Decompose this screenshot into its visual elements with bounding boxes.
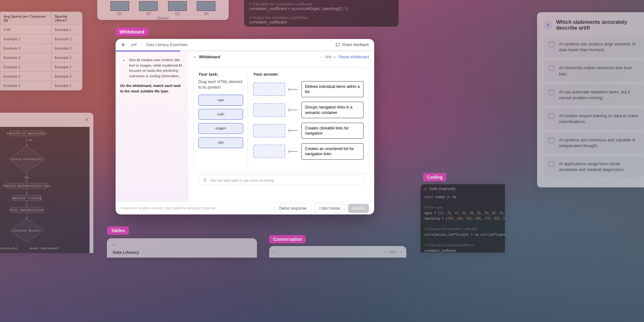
svg-text:Employee Training: Employee Training [12,197,42,200]
sparkle-icon: ✦ [120,57,127,64]
quiz-option-text: AI can automate repetitive tasks, but it… [559,89,639,101]
table-cell: 5.50 [0,25,52,34]
drag-item[interactable]: <a> [198,95,243,106]
chart-bar [168,1,187,11]
chart-tick: Q2 [146,12,151,15]
svg-text:Needs Improvement: Needs Improvement [30,247,59,250]
table-cell: Example 2 [0,62,52,72]
chart-tick: Q3 [175,12,180,15]
spend-table: Avg Spend per Customer ($) Special offer… [0,12,82,90]
conversation-tag: Conversation [269,235,306,243]
drag-item[interactable]: <nav> [198,123,243,134]
task-heading: Your task: [198,72,243,77]
collapse-icon[interactable]: « [113,242,251,247]
table-cell: Example 2 [0,72,52,81]
whiteboard-tag: Whiteboard [116,28,148,36]
flowchart-panel: × Identify AI Opportunity No Assess Feas… [0,113,93,253]
col-offers: Special offers? [51,12,82,25]
chart-tick: Q4 [204,12,209,15]
sparkle-icon: ✦ [544,21,552,30]
footer-hint: Press Enter to add a new line. Click Sub… [121,206,271,210]
quiz-option-text: AI inherently makes decisions free from … [559,65,639,77]
quiz-option-text: AI systems are conscious and capable of … [559,137,639,149]
chart-bar [110,1,129,11]
task-instruction: Drag each HTML element to its position [198,79,243,90]
quiz-option-text: AI models require training on data to ma… [559,113,639,125]
table-cell: Example 2 [51,34,82,44]
coding-tag: Coding [423,173,446,181]
answer-description: Creates an unordered list for navigation… [301,143,364,159]
response-input[interactable]: You can also type or use voice recording [199,175,364,185]
drag-item[interactable]: <li> [198,137,243,148]
svg-text:No: No [29,139,33,142]
zoom-out-button[interactable]: − [321,55,323,59]
demo-response-button[interactable]: Demo response [274,204,311,213]
table-cell: Example 2 [51,81,82,90]
table-cell: Example 2 [0,81,52,90]
back-icon[interactable] [121,42,127,48]
expand-icon[interactable]: » [274,250,276,254]
close-icon[interactable]: × [85,117,88,123]
checkbox[interactable] [549,113,554,119]
collapse-icon[interactable]: « [194,55,196,59]
spend-table-panel: Avg Spend per Customer ($) Special offer… [0,12,82,90]
zoom-out-button[interactable]: − [384,250,386,254]
table-cell: Example 3 [0,44,52,53]
answer-description: Creates clickable links for navigation [301,123,364,139]
table-cell: Example 3 [51,44,82,53]
table-cell: Example 2 [51,62,82,72]
idk-button[interactable]: I don't know [315,204,345,213]
tables-title: Data Literacy [113,250,251,255]
submit-button[interactable]: Submit [348,204,369,213]
chart-bar [197,1,215,11]
drop-slot[interactable] [253,103,285,117]
zoom-level: 82% [390,250,397,254]
table-cell: Example 1 [51,25,82,34]
microphone-icon [203,178,207,182]
chart-bar [139,1,158,11]
checkbox[interactable] [549,90,554,95]
quarter-chart: Q1Q2Q3Q4 Quarter [97,0,229,20]
col-spend: Avg Spend per Customer ($) [0,12,52,25]
svg-text:Develop Implementation Plan: Develop Implementation Plan [3,185,50,188]
answer-row: Creates clickable links for navigation [253,123,364,139]
code-window: «Code (read-only) import numpy as np # G… [421,184,505,252]
table-cell: Example 2 [0,53,52,62]
table-cell: Example 2 [51,53,82,62]
tables-tag: Tables [107,226,129,235]
quiz-option[interactable]: AI applications range from virtual assis… [544,156,644,177]
quiz-option[interactable]: AI models require training on data to ma… [544,109,644,129]
answer-description: Defines individual items within a list [301,81,364,97]
checkbox[interactable] [549,137,554,143]
checkbox[interactable] [549,65,554,71]
share-feedback-button[interactable]: Share feedback [336,43,369,47]
drop-slot[interactable] [253,145,285,158]
table-cell: Example 2 [51,72,82,81]
quiz-title: Which statements accurately describe art… [556,19,644,31]
whiteboard-window: Data Literacy Essentials Share feedback … [116,39,374,214]
zoom-in-button[interactable]: + [334,55,336,59]
svg-text:Yes: Yes [24,176,29,179]
app-logo-icon [131,42,137,48]
checkbox[interactable] [549,42,554,47]
chart-tick: Q1 [117,12,122,15]
instruction-sidebar: ✦ Gen AI creates new content, like text … [116,52,188,202]
tables-window: « Data Literacy [107,238,257,258]
drop-slot[interactable] [253,124,285,137]
chat-icon [336,43,340,47]
svg-text:Identify AI Opportunity: Identify AI Opportunity [7,132,47,135]
quiz-option[interactable]: AI systems can analyze large amounts of … [544,37,644,57]
answer-description: Groups navigation links in a semantic co… [301,102,364,118]
quiz-option[interactable]: AI systems are conscious and capable of … [544,133,644,153]
quiz-option[interactable]: AI can automate repetitive tasks, but it… [544,85,644,105]
collapse-icon[interactable]: « [424,187,426,191]
drag-item[interactable]: <ul> [198,109,243,120]
reset-whiteboard-button[interactable]: Reset whiteboard [339,55,369,59]
checkbox[interactable] [549,161,554,167]
quiz-option[interactable]: AI inherently makes decisions free from … [544,61,644,81]
drop-slot[interactable] [253,82,285,96]
zoom-in-button[interactable]: + [400,250,402,254]
quiz-option-text: AI applications range from virtual assis… [559,161,639,173]
table-cell: Example 2 [0,34,52,44]
quiz-panel: ✦ Which statements accurately describe a… [537,12,644,187]
